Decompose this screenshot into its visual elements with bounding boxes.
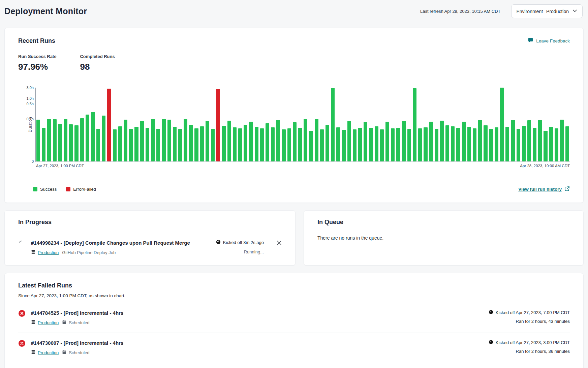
chart-bar-success[interactable] bbox=[385, 122, 389, 161]
chart-bar-success[interactable] bbox=[238, 128, 242, 161]
chart-bar-success[interactable] bbox=[369, 128, 373, 161]
chart-bar-success[interactable] bbox=[80, 118, 84, 161]
chart-bar-success[interactable] bbox=[266, 123, 269, 161]
chart-bar-success[interactable] bbox=[484, 125, 487, 161]
chart-bar-success[interactable] bbox=[517, 129, 520, 161]
chart-bar-success[interactable] bbox=[178, 129, 182, 161]
chart-bar-success[interactable] bbox=[456, 128, 460, 161]
chart-bar-success[interactable] bbox=[249, 122, 253, 161]
leave-feedback-link[interactable]: Leave Feedback bbox=[528, 37, 570, 44]
chart-bar-success[interactable] bbox=[200, 126, 204, 161]
environment-link[interactable]: Production bbox=[31, 250, 59, 255]
chart-bar-success[interactable] bbox=[129, 129, 133, 161]
chart-bar-success[interactable] bbox=[407, 129, 411, 161]
environment-dropdown[interactable]: Environment Production bbox=[511, 4, 583, 18]
chart-bar-success[interactable] bbox=[156, 129, 160, 161]
chart-bar-success[interactable] bbox=[565, 126, 569, 161]
chart-bar-success[interactable] bbox=[271, 127, 275, 161]
chart-bar-success[interactable] bbox=[140, 121, 144, 161]
chart-bar-success[interactable] bbox=[184, 119, 187, 161]
chart-bar-success[interactable] bbox=[391, 128, 395, 161]
chart-bar-success[interactable] bbox=[342, 130, 346, 161]
chart-bar-success[interactable] bbox=[555, 128, 558, 161]
chart-bar-success[interactable] bbox=[435, 129, 438, 161]
chart-bar-success[interactable] bbox=[462, 122, 466, 161]
chart-bar-success[interactable] bbox=[151, 119, 155, 161]
chart-bar-failed[interactable] bbox=[107, 89, 111, 161]
chart-bar-success[interactable] bbox=[227, 121, 231, 161]
view-full-run-history-link[interactable]: View full run history bbox=[518, 186, 570, 192]
close-icon[interactable] bbox=[277, 240, 282, 247]
chart-bar-success[interactable] bbox=[315, 119, 318, 161]
chart-bar-success[interactable] bbox=[418, 128, 422, 161]
chart-bar-success[interactable] bbox=[53, 119, 57, 161]
environment-link[interactable]: Production bbox=[31, 350, 59, 355]
chart-bar-success[interactable] bbox=[146, 128, 149, 161]
chart-bar-success[interactable] bbox=[560, 120, 564, 161]
chart-bar-success[interactable] bbox=[211, 129, 215, 161]
chart-bar-success[interactable] bbox=[364, 122, 367, 161]
chart-bar-success[interactable] bbox=[396, 128, 400, 161]
chart-bar-failed[interactable] bbox=[216, 89, 220, 161]
chart-bar-success[interactable] bbox=[113, 129, 117, 161]
chart-bar-success[interactable] bbox=[326, 125, 329, 161]
chart-bar-success[interactable] bbox=[102, 116, 105, 161]
chart-bar-success[interactable] bbox=[74, 125, 78, 161]
chart-bar-success[interactable] bbox=[549, 127, 553, 161]
chart-bar-success[interactable] bbox=[255, 127, 258, 161]
chart-bar-success[interactable] bbox=[424, 127, 427, 161]
chart-bar-success[interactable] bbox=[298, 128, 302, 161]
chart-bar-success[interactable] bbox=[36, 120, 40, 161]
chart-bar-success[interactable] bbox=[347, 121, 351, 161]
chart-bar-success[interactable] bbox=[402, 121, 406, 161]
chart-bar-success[interactable] bbox=[380, 129, 384, 161]
chart-bar-success[interactable] bbox=[440, 121, 444, 161]
chart-bar-success[interactable] bbox=[282, 129, 285, 161]
chart-bar-success[interactable] bbox=[260, 128, 264, 161]
chart-bar-success[interactable] bbox=[134, 127, 138, 161]
chart-bar-success[interactable] bbox=[309, 131, 313, 161]
chart-bar-success[interactable] bbox=[522, 126, 526, 161]
chart-bar-success[interactable] bbox=[233, 127, 237, 161]
chart-bar-success[interactable] bbox=[86, 115, 89, 161]
chart-bar-success[interactable] bbox=[413, 88, 416, 162]
chart-bar-success[interactable] bbox=[358, 128, 362, 161]
chart-bar-success[interactable] bbox=[451, 126, 455, 161]
chart-bar-success[interactable] bbox=[320, 129, 324, 161]
chart-bar-success[interactable] bbox=[118, 126, 122, 161]
chart-bar-success[interactable] bbox=[69, 124, 73, 161]
chart-bar-success[interactable] bbox=[58, 124, 62, 161]
chart-bar-success[interactable] bbox=[124, 120, 127, 161]
chart-bar-success[interactable] bbox=[222, 126, 225, 161]
chart-bar-success[interactable] bbox=[429, 122, 433, 161]
chart-bar-success[interactable] bbox=[505, 127, 509, 161]
chart-bar-success[interactable] bbox=[445, 125, 449, 161]
chart-bar-success[interactable] bbox=[189, 125, 193, 161]
chart-bar-success[interactable] bbox=[500, 88, 504, 161]
chart-bar-success[interactable] bbox=[162, 119, 165, 161]
chart-bar-success[interactable] bbox=[527, 120, 531, 161]
chart-bar-success[interactable] bbox=[276, 120, 280, 161]
chart-bar-success[interactable] bbox=[194, 128, 198, 161]
chart-bar-success[interactable] bbox=[293, 122, 297, 161]
chart-bar-success[interactable] bbox=[538, 120, 542, 161]
chart-bar-success[interactable] bbox=[336, 127, 340, 161]
chart-bar-success[interactable] bbox=[478, 120, 482, 161]
chart-bar-success[interactable] bbox=[353, 129, 357, 161]
chart-bar-success[interactable] bbox=[495, 127, 498, 161]
chart-bar-success[interactable] bbox=[375, 126, 378, 161]
chart-bar-success[interactable] bbox=[91, 112, 95, 161]
chart-bar-success[interactable] bbox=[96, 129, 100, 161]
chart-bar-success[interactable] bbox=[42, 128, 45, 161]
chart-bar-success[interactable] bbox=[244, 125, 247, 161]
chart-bar-success[interactable] bbox=[533, 128, 536, 161]
chart-bar-success[interactable] bbox=[64, 119, 67, 161]
chart-bar-success[interactable] bbox=[489, 129, 493, 161]
environment-link[interactable]: Production bbox=[31, 320, 59, 325]
chart-bar-success[interactable] bbox=[331, 88, 335, 161]
chart-bar-success[interactable] bbox=[511, 120, 515, 161]
chart-bar-success[interactable] bbox=[47, 119, 51, 161]
chart-bar-success[interactable] bbox=[167, 120, 171, 161]
chart-bar-success[interactable] bbox=[173, 127, 177, 161]
chart-bar-success[interactable] bbox=[473, 128, 476, 161]
